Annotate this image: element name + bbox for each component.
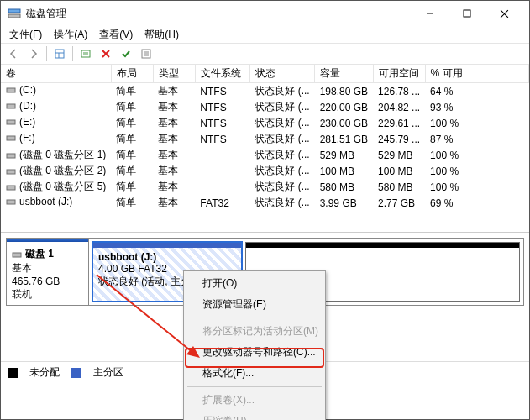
svg-rect-18 [7, 88, 15, 92]
svg-rect-26 [13, 253, 21, 257]
volume-icon [6, 85, 16, 95]
minimize-button[interactable] [412, 2, 449, 25]
ctx-mark-active: 将分区标记为活动分区(M) [184, 321, 325, 342]
svg-rect-0 [8, 9, 20, 13]
volume-icon [6, 197, 16, 207]
table-row[interactable]: (磁盘 0 磁盘分区 5)简单基本状态良好 (...580 MB580 MB10… [1, 179, 529, 195]
legend-unalloc-swatch [8, 368, 18, 378]
svg-rect-25 [7, 200, 15, 204]
svg-rect-20 [7, 120, 15, 124]
col-percent[interactable]: % 可用 [425, 65, 528, 83]
volume-table[interactable]: 卷 布局 类型 文件系统 状态 容量 可用空间 % 可用 (C:)简单基本NTF… [1, 65, 529, 233]
menubar: 文件(F) 操作(A) 查看(V) 帮助(H) [1, 26, 529, 43]
context-menu: 打开(O) 资源管理器(E) 将分区标记为活动分区(M) 更改驱动器号和路径(C… [183, 270, 326, 420]
table-row[interactable]: (C:)简单基本NTFS状态良好 (...198.80 GB126.78 ...… [1, 83, 529, 100]
disk-info[interactable]: 磁盘 1 基本 465.76 GB 联机 [7, 239, 89, 305]
volume-icon [6, 133, 16, 143]
legend-primary-swatch [71, 368, 81, 378]
table-row[interactable]: (磁盘 0 磁盘分区 1)简单基本状态良好 (...529 MB529 MB10… [1, 147, 529, 163]
legend-primary-label: 主分区 [93, 365, 123, 380]
view-button[interactable] [50, 45, 69, 63]
volume-icon [6, 101, 16, 111]
col-capacity[interactable]: 容量 [315, 65, 373, 83]
forward-button[interactable] [24, 45, 43, 63]
table-row[interactable]: (D:)简单基本NTFS状态良好 (...220.00 GB204.82 ...… [1, 99, 529, 115]
disk-size: 465.76 GB [12, 276, 83, 287]
toolbar [1, 43, 529, 65]
app-icon [8, 7, 21, 20]
window-title: 磁盘管理 [26, 7, 412, 21]
volume-icon [6, 117, 16, 127]
menu-action[interactable]: 操作(A) [49, 26, 92, 44]
svg-rect-1 [8, 14, 20, 18]
ctx-change-letter[interactable]: 更改驱动器号和路径(C)... [184, 342, 325, 363]
ctx-explorer[interactable]: 资源管理器(E) [184, 294, 325, 315]
close-button[interactable] [485, 2, 522, 25]
check-button[interactable] [117, 45, 135, 63]
disk-type: 基本 [12, 261, 83, 276]
volume-icon [6, 166, 16, 176]
table-header[interactable]: 卷 布局 类型 文件系统 状态 容量 可用空间 % 可用 [1, 65, 529, 83]
menu-file[interactable]: 文件(F) [4, 26, 47, 44]
disk-name: 磁盘 1 [25, 247, 54, 261]
table-row[interactable]: (E:)简单基本NTFS状态良好 (...230.00 GB229.61 ...… [1, 115, 529, 131]
ctx-shrink: 压缩卷(H)... [184, 411, 325, 420]
volume-icon [6, 182, 16, 192]
disk-icon [12, 249, 22, 260]
ctx-open[interactable]: 打开(O) [184, 273, 325, 294]
delete-button[interactable] [97, 45, 115, 63]
svg-rect-21 [7, 136, 15, 140]
svg-rect-6 [55, 50, 64, 58]
table-row[interactable]: usbboot (J:)简单基本FAT32状态良好 (...3.99 GB2.7… [1, 195, 529, 211]
svg-rect-23 [7, 170, 15, 174]
refresh-button[interactable] [76, 45, 95, 63]
col-type[interactable]: 类型 [153, 65, 195, 83]
menu-view[interactable]: 查看(V) [94, 26, 138, 44]
svg-rect-19 [7, 104, 15, 108]
svg-rect-24 [7, 186, 15, 190]
legend-unalloc-label: 未分配 [29, 365, 60, 380]
ctx-extend: 扩展卷(X)... [184, 390, 325, 411]
maximize-button[interactable] [449, 2, 485, 25]
part-name: usbboot (J:) [98, 251, 156, 263]
back-button[interactable] [4, 45, 23, 63]
col-fs[interactable]: 文件系统 [195, 65, 249, 83]
table-row[interactable]: (磁盘 0 磁盘分区 2)简单基本状态良好 (...100 MB100 MB10… [1, 163, 529, 179]
volume-icon [6, 150, 16, 160]
ctx-format[interactable]: 格式化(F)... [184, 363, 325, 384]
table-row[interactable]: (F:)简单基本NTFS状态良好 (...281.51 GB245.79 ...… [1, 131, 529, 147]
properties-button[interactable] [137, 45, 155, 63]
svg-rect-22 [7, 154, 15, 158]
svg-rect-9 [81, 50, 90, 57]
col-layout[interactable]: 布局 [111, 65, 153, 83]
col-status[interactable]: 状态 [249, 65, 314, 83]
titlebar: 磁盘管理 [1, 1, 529, 26]
disk-status: 联机 [12, 287, 83, 302]
col-volume[interactable]: 卷 [1, 65, 111, 83]
col-free[interactable]: 可用空间 [373, 65, 425, 83]
menu-help[interactable]: 帮助(H) [139, 26, 184, 44]
svg-rect-3 [464, 10, 470, 17]
